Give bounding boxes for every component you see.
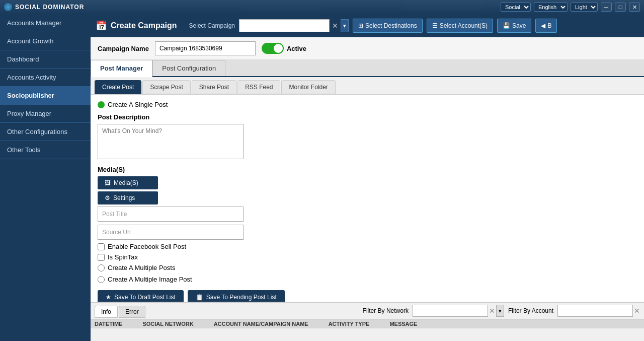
- save-draft-icon: ★: [106, 294, 111, 301]
- bottom-tab-error[interactable]: Error: [119, 306, 145, 318]
- multiple-posts-label: Create A Multiple Posts: [108, 264, 175, 271]
- post-description-input[interactable]: [98, 124, 244, 159]
- secondary-tab-rss-feed[interactable]: RSS Feed: [237, 80, 280, 94]
- settings-button[interactable]: ⚙ Settings: [98, 191, 158, 204]
- back-button[interactable]: ◀ B: [535, 19, 557, 33]
- is-spintax-row: Is SpinTax: [98, 253, 637, 261]
- select-destinations-label: Select Destinations: [365, 22, 417, 29]
- filter-network-dropdown-button[interactable]: ▾: [496, 305, 504, 317]
- select-destinations-button[interactable]: ⊞ Select Destinations: [353, 19, 423, 33]
- multiple-posts-row: Create A Multiple Posts: [98, 264, 637, 271]
- sidebar-item-account-growth[interactable]: Account Growth: [0, 32, 91, 50]
- campaign-name-input[interactable]: [155, 41, 256, 55]
- secondary-tab-scrape-post[interactable]: Scrape Post: [142, 80, 190, 94]
- column-header-activity-type: ACTIVITY TYPE: [329, 321, 370, 327]
- single-post-label: Create A Single Post: [108, 101, 168, 108]
- media-label: Media(S): [98, 166, 637, 173]
- select-campaign-input[interactable]: [239, 19, 330, 32]
- campaign-icon: 📅: [96, 20, 107, 31]
- multiple-image-row: Create A Multiple Image Post: [98, 276, 637, 283]
- sidebar-item-accounts-activity[interactable]: Accounts Activity: [0, 69, 91, 87]
- primary-tab-bar: Post ManagerPost Configuration: [91, 60, 644, 77]
- column-header-datetime: DATETIME: [95, 321, 122, 327]
- enable-fb-sell-label: Enable Facebook Sell Post: [108, 243, 186, 250]
- primary-tab-post-configuration[interactable]: Post Configuration: [152, 60, 225, 76]
- select-accounts-button[interactable]: ☰ Select Account(S): [427, 19, 493, 33]
- source-url-input[interactable]: [98, 225, 244, 240]
- save-button[interactable]: 💾 Save: [497, 19, 531, 33]
- save-pending-icon: 📋: [196, 294, 203, 301]
- english-select[interactable]: English: [534, 3, 568, 12]
- secondary-tab-create-post[interactable]: Create Post: [95, 80, 141, 94]
- save-pending-button[interactable]: 📋 Save To Pending Post List: [188, 290, 285, 302]
- enable-fb-sell-row: Enable Facebook Sell Post: [98, 243, 637, 250]
- campaign-name-label: Campaign Name: [98, 45, 149, 52]
- single-post-radio-row: Create A Single Post: [98, 101, 637, 108]
- secondary-tab-monitor-folder[interactable]: Monitor Folder: [281, 80, 335, 94]
- main-layout: Accounts ManagerAccount GrowthDashboardA…: [0, 14, 644, 341]
- campaign-name-row: Campaign Name Active: [91, 37, 644, 60]
- title-bar: SOCIAL DOMINATOR Social English Light ─ …: [0, 0, 644, 14]
- active-toggle-wrap: Active: [262, 43, 306, 54]
- select-campaign-wrap: ✕ ▾: [239, 19, 349, 32]
- multiple-image-radio[interactable]: [98, 276, 105, 283]
- column-header-account-name/campaign-name: ACCOUNT NAME/CAMPAIGN NAME: [214, 321, 308, 327]
- bottom-panel: InfoError Filter By Network ✕ ▾ Filter B…: [91, 302, 644, 341]
- is-spintax-checkbox[interactable]: [98, 254, 105, 261]
- sidebar-item-sociopublisher[interactable]: Sociopublisher: [0, 87, 91, 105]
- clear-campaign-button[interactable]: ✕: [331, 22, 340, 30]
- filter-account-clear-button[interactable]: ✕: [634, 307, 640, 315]
- social-select[interactable]: Social: [501, 3, 531, 12]
- table-header-row: DATETIMESOCIAL NETWORKACCOUNT NAME/CAMPA…: [91, 319, 644, 328]
- settings-icon: ⚙: [105, 194, 110, 201]
- maximize-button[interactable]: □: [615, 3, 626, 12]
- enable-fb-sell-checkbox[interactable]: [98, 243, 105, 250]
- secondary-tab-share-post[interactable]: Share Post: [192, 80, 236, 94]
- media-btn-label: Media(S): [114, 179, 138, 186]
- filter-network-input[interactable]: [413, 305, 488, 317]
- sidebar-item-accounts-manager[interactable]: Accounts Manager: [0, 14, 91, 32]
- filter-network-label: Filter By Network: [363, 307, 409, 314]
- post-title-input[interactable]: [98, 207, 244, 222]
- is-spintax-label: Is SpinTax: [108, 253, 138, 261]
- multiple-image-label: Create A Multiple Image Post: [108, 276, 192, 283]
- filter-account-label: Filter By Account: [508, 307, 553, 314]
- sidebar-item-other-tools[interactable]: Other Tools: [0, 141, 91, 159]
- bottom-tab-info[interactable]: Info: [95, 306, 118, 318]
- accounts-icon: ☰: [432, 22, 438, 29]
- save-icon: 💾: [503, 22, 510, 29]
- campaign-dropdown-button[interactable]: ▾: [341, 19, 349, 32]
- page-content: Campaign Name Active Post ManagerPost Co…: [91, 37, 644, 302]
- close-button[interactable]: ✕: [629, 3, 640, 12]
- single-post-radio-indicator: [98, 101, 105, 108]
- filter-account-input[interactable]: [557, 305, 633, 317]
- light-select[interactable]: Light: [571, 3, 598, 12]
- back-label: B: [547, 22, 551, 29]
- form-area: Create A Single Post Post Description Me…: [91, 95, 644, 302]
- english-select-wrap: English: [534, 3, 568, 12]
- save-buttons-row: ★ Save To Draft Post List 📋 Save To Pend…: [98, 290, 637, 302]
- sidebar: Accounts ManagerAccount GrowthDashboardA…: [0, 14, 91, 341]
- back-icon: ◀: [541, 22, 545, 29]
- sidebar-item-proxy-manager[interactable]: Proxy Manager: [0, 105, 91, 123]
- page-title: Create Campaign: [111, 21, 177, 30]
- sidebar-item-other-configurations[interactable]: Other Configurations: [0, 123, 91, 141]
- light-select-wrap: Light: [571, 3, 598, 12]
- media-button[interactable]: 🖼 Media(S): [98, 176, 158, 189]
- primary-tab-post-manager[interactable]: Post Manager: [91, 60, 152, 77]
- filter-network-clear-button[interactable]: ✕: [489, 307, 495, 315]
- save-draft-button[interactable]: ★ Save To Draft Post List: [98, 290, 184, 302]
- destinations-icon: ⊞: [358, 22, 363, 29]
- app-title: SOCIAL DOMINATOR: [15, 4, 255, 11]
- active-toggle[interactable]: [262, 43, 284, 54]
- settings-btn-label: Settings: [113, 194, 135, 201]
- minimize-button[interactable]: ─: [601, 3, 612, 12]
- content-area: 📅 Create Campaign Select Campaign ✕ ▾ ⊞ …: [91, 14, 644, 341]
- filter-account-wrap: ✕: [557, 305, 640, 317]
- sidebar-item-dashboard[interactable]: Dashboard: [0, 50, 91, 69]
- top-bar: 📅 Create Campaign Select Campaign ✕ ▾ ⊞ …: [91, 14, 644, 37]
- bottom-filter-row: Filter By Network ✕ ▾ Filter By Account …: [359, 303, 644, 319]
- select-campaign-label: Select Campaign: [189, 22, 235, 29]
- app-icon: [4, 3, 12, 11]
- multiple-posts-radio[interactable]: [98, 264, 105, 271]
